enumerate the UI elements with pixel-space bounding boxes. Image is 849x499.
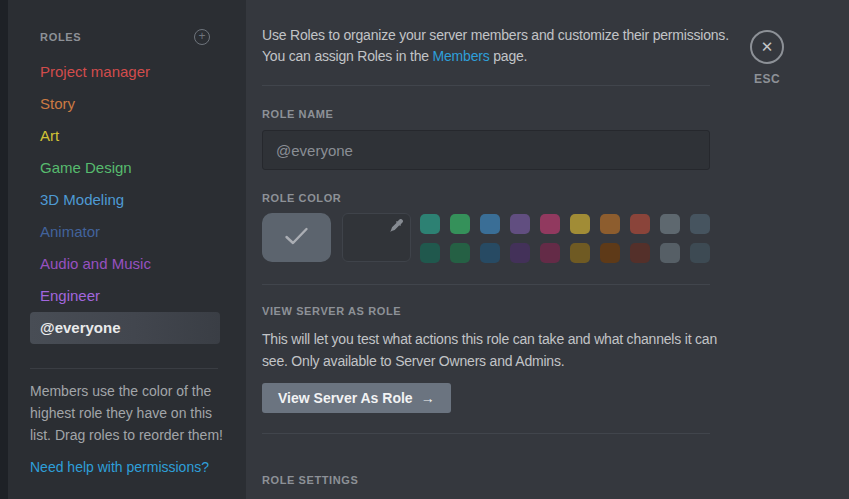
sidebar-role-item[interactable]: Engineer [30,280,220,312]
palette-swatch[interactable] [450,243,470,263]
palette-swatch[interactable] [480,214,500,234]
palette-swatch[interactable] [600,214,620,234]
roles-header-label: ROLES [40,31,81,43]
intro-line2-pre: You can assign Roles in the [262,48,433,64]
palette-swatch[interactable] [570,243,590,263]
palette-swatch[interactable] [630,214,650,234]
sidebar-divider [30,368,218,369]
palette-row-dark [420,243,710,263]
role-name-input[interactable] [262,130,710,170]
divider [262,433,710,434]
plus-icon: + [198,29,205,43]
palette-swatch[interactable] [420,214,440,234]
add-role-button[interactable]: + [194,29,210,45]
esc-label: ESC [745,72,789,86]
role-color-label: ROLE COLOR [262,192,341,204]
palette-swatch[interactable] [450,214,470,234]
sidebar-role-item[interactable]: 3D Modeling [30,184,220,216]
palette-swatch[interactable] [630,243,650,263]
sidebar-role-item[interactable]: Story [30,88,220,120]
palette-swatch[interactable] [570,214,590,234]
view-server-as-role-label: VIEW SERVER AS ROLE [262,305,401,317]
permissions-help-link[interactable]: Need help with permissions? [30,459,209,475]
role-name-label: ROLE NAME [262,108,333,120]
palette-swatch[interactable] [480,243,500,263]
left-edge-strip [0,0,8,499]
sidebar-role-item[interactable]: Audio and Music [30,248,220,280]
members-page-link[interactable]: Members [433,48,490,64]
intro-line2-post: page. [490,48,528,64]
roles-hint-text: Members use the color of the highest rol… [30,380,223,446]
roles-sidebar: ROLES + Project managerStoryArtGame Desi… [8,0,246,499]
palette-swatch[interactable] [420,243,440,263]
palette-swatch[interactable] [510,214,530,234]
view-as-desc-line2: see. Only available to Server Owners and… [262,350,717,372]
color-palette [420,214,710,263]
palette-swatch[interactable] [540,214,560,234]
roles-hint-line: highest role they have on this [30,402,223,424]
sidebar-role-item[interactable]: Animator [30,216,220,248]
palette-swatch[interactable] [690,243,710,263]
role-edit-panel: Use Roles to organize your server member… [262,0,722,499]
sidebar-role-item[interactable]: Project manager [30,56,220,88]
palette-swatch[interactable] [690,214,710,234]
divider [262,284,710,285]
view-as-button-label: View Server As Role [278,390,413,406]
view-server-as-role-description: This will let you test what actions this… [262,328,717,372]
palette-row-bright [420,214,710,234]
close-button[interactable]: ✕ [750,30,784,64]
default-color-swatch[interactable] [262,213,331,262]
palette-swatch[interactable] [660,214,680,234]
roles-hint-line: Members use the color of the [30,380,223,402]
custom-color-picker[interactable] [342,213,411,262]
palette-swatch[interactable] [540,243,560,263]
intro-line2: You can assign Roles in the Members page… [262,46,729,67]
checkmark-icon [284,227,309,249]
close-icon: ✕ [761,38,774,55]
role-list: Project managerStoryArtGame Design3D Mod… [30,56,226,344]
intro-line1: Use Roles to organize your server member… [262,25,729,46]
palette-swatch[interactable] [510,243,530,263]
close-settings-control: ✕ ESC [745,30,789,86]
sidebar-role-item[interactable]: Game Design [30,152,220,184]
view-as-desc-line1: This will let you test what actions this… [262,328,717,350]
arrow-right-icon: → [421,390,435,406]
role-settings-label: ROLE SETTINGS [262,474,358,486]
palette-swatch[interactable] [600,243,620,263]
roles-intro-text: Use Roles to organize your server member… [262,25,729,67]
sidebar-role-item[interactable]: @everyone [30,312,220,344]
palette-swatch[interactable] [660,243,680,263]
sidebar-role-item[interactable]: Art [30,120,220,152]
roles-settings-page: ROLES + Project managerStoryArtGame Desi… [0,0,849,499]
divider [262,85,710,86]
roles-hint-line: list. Drag roles to reorder them! [30,424,223,446]
view-server-as-role-button[interactable]: View Server As Role → [262,383,451,413]
